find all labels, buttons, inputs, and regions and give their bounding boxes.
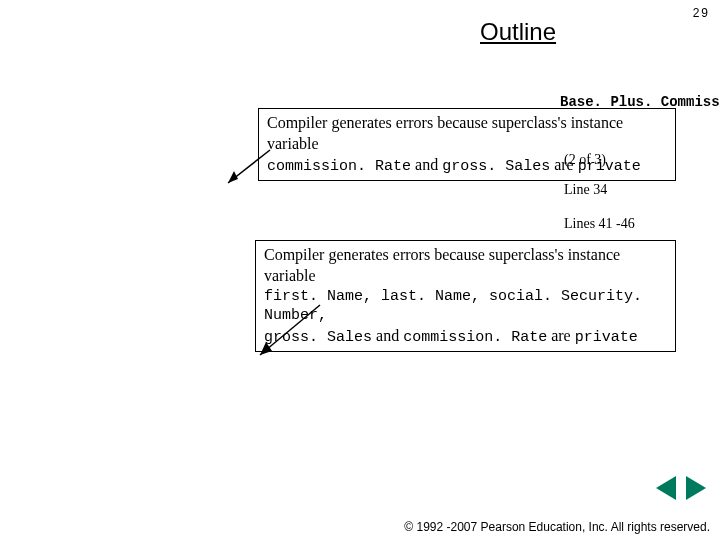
page-title: Outline — [480, 18, 556, 46]
callout2-code-b: commission. Rate — [403, 329, 547, 346]
callout1-line2: commission. Rate and gross. Sales are pr… — [267, 155, 667, 177]
svg-marker-1 — [228, 171, 238, 183]
page-number: 29 — [693, 6, 710, 20]
svg-marker-3 — [260, 342, 272, 355]
next-slide-button[interactable] — [686, 476, 706, 500]
callout1-code-b: gross. Sales — [442, 158, 550, 175]
callout2-mid2: are — [547, 327, 575, 344]
callout1-code-a: commission. Rate — [267, 158, 411, 175]
callout1-mid1: and — [411, 156, 442, 173]
callout2-code-c: private — [575, 329, 638, 346]
copyright: © 1992 -2007 Pearson Education, Inc. All… — [404, 520, 710, 534]
ref-pages: (2 of 3) — [564, 152, 606, 168]
callout2-mid1: and — [372, 327, 403, 344]
callout2-line1: Compiler generates errors because superc… — [264, 245, 667, 287]
nav-controls — [650, 476, 706, 504]
callout-box-1: Compiler generates errors because superc… — [258, 108, 676, 181]
arrow-2 — [250, 300, 330, 370]
callout1-line1: Compiler generates errors because superc… — [267, 113, 667, 155]
arrow-1 — [220, 145, 280, 195]
prev-slide-button[interactable] — [656, 476, 676, 500]
ref-line-a: Line 34 — [564, 182, 607, 198]
ref-line-b: Lines 41 -46 — [564, 216, 635, 232]
